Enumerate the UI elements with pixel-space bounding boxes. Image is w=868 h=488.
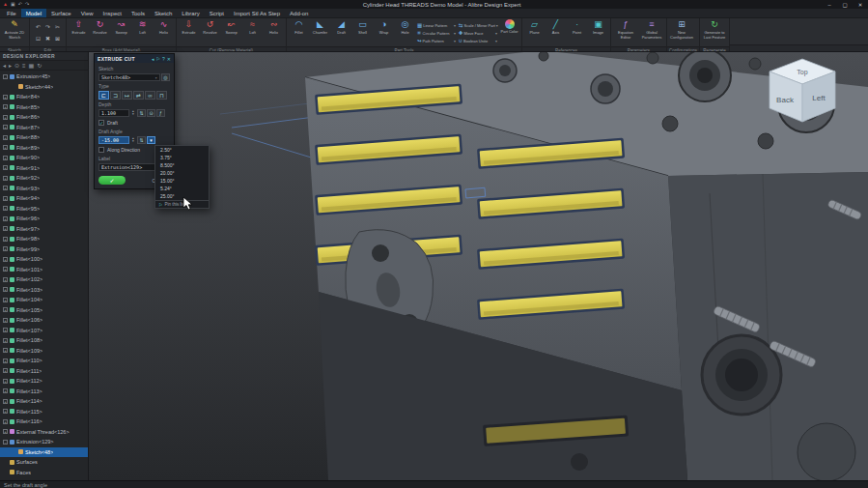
tree-item[interactable]: + Fillet<88> xyxy=(0,132,88,143)
tree-expander-icon[interactable]: - xyxy=(3,74,8,79)
loft-boss-button[interactable]: ≋ Loft xyxy=(132,19,153,45)
tree-item[interactable]: + Fillet<115> xyxy=(0,407,88,417)
tree-expander-icon[interactable]: + xyxy=(3,226,8,231)
quick-redo-icon[interactable]: ↷ xyxy=(25,2,29,7)
collapse-icon[interactable]: ◂ xyxy=(152,56,154,62)
type-to-geometry-button[interactable]: ⊐ xyxy=(110,91,121,100)
dropdown-option[interactable]: 5.24° xyxy=(155,185,209,192)
tree-item[interactable]: + Fillet<105> xyxy=(0,305,88,316)
menu-item[interactable]: Inspect xyxy=(98,9,126,17)
dialog-header[interactable]: EXTRUDE CUT ◂⚐?✕ xyxy=(95,54,174,63)
helix-cut-button[interactable]: ∾ Helix xyxy=(264,19,284,45)
tree-expander-icon[interactable]: + xyxy=(3,206,8,211)
revolve-boss-button[interactable]: ↻ Revolve xyxy=(90,19,110,45)
tree-item[interactable]: Sketch<44> xyxy=(0,82,88,93)
generate-last-feature-button[interactable]: ↻ Generate to Last Feature xyxy=(702,19,727,45)
type-to-depth-button[interactable]: ⊏ xyxy=(98,91,109,100)
tree-item[interactable]: + Fillet<109> xyxy=(0,346,88,357)
tree-item[interactable]: + Fillet<90> xyxy=(0,153,88,163)
tree-item[interactable]: + Fillet<108> xyxy=(0,335,88,346)
tree-expander-icon[interactable]: + xyxy=(3,257,8,262)
close-icon[interactable]: ✕ xyxy=(167,56,171,62)
path-pattern-button[interactable]: ↬ Path Pattern ▾ xyxy=(416,38,457,43)
tree-expander-icon[interactable]: + xyxy=(3,277,8,282)
depth-input[interactable]: 1.100 xyxy=(98,109,129,117)
tree-item[interactable]: + Fillet<114> xyxy=(0,396,88,407)
tree-item[interactable]: Sketch<48> xyxy=(0,447,88,458)
tree-item[interactable]: + Fillet<112> xyxy=(0,376,88,387)
draft-checkbox[interactable]: ✓ xyxy=(98,120,104,126)
tree-item[interactable]: Surfaces xyxy=(0,457,88,468)
part-color-button[interactable]: Part Color xyxy=(499,19,519,45)
tree-item[interactable]: + Fillet<96> xyxy=(0,214,88,224)
view-cube-left-label[interactable]: Left xyxy=(812,94,826,102)
menu-item[interactable]: View xyxy=(76,9,98,17)
flip-angle-button[interactable]: ⇅ xyxy=(137,136,146,144)
tree-item[interactable]: + Fillet<101> xyxy=(0,265,88,275)
tree-item[interactable]: + Fillet<92> xyxy=(0,173,88,184)
save-icon[interactable]: ▣ xyxy=(11,2,15,7)
dropdown-option[interactable]: 2.50° xyxy=(155,146,209,154)
type-both-sides-button[interactable]: ⇄ xyxy=(133,91,144,100)
helix-boss-button[interactable]: ∿ Helix xyxy=(154,19,174,45)
maximize-button[interactable]: ▢ xyxy=(837,2,853,8)
sweep-cut-button[interactable]: ↜ Sweep xyxy=(221,19,241,45)
linear-pattern-button[interactable]: ▦ Linear Pattern ▾ xyxy=(416,22,457,28)
tree-item[interactable]: + Fillet<84> xyxy=(0,92,88,102)
along-direction-checkbox[interactable] xyxy=(98,147,104,153)
global-parameters-button[interactable]: ≡ Global Parameters xyxy=(639,19,664,45)
draft-angle-spinner[interactable]: ▴ ▾ xyxy=(130,137,136,144)
flip-direction-button[interactable]: ⇅ xyxy=(137,109,146,117)
activate-2d-sketch-button[interactable]: ✎ Activate 2D Sketch xyxy=(2,19,27,45)
3d-viewport[interactable]: Top Back Left xyxy=(89,52,868,480)
view-cube-back-label[interactable]: Back xyxy=(776,96,795,104)
dropdown-option[interactable]: 3.75° xyxy=(155,154,209,161)
tree-expander-icon[interactable]: + xyxy=(3,429,8,434)
menu-item[interactable]: Sketch xyxy=(150,9,177,17)
menu-item[interactable]: Library xyxy=(177,9,204,17)
tree-expander-icon[interactable]: + xyxy=(3,348,8,353)
tree-expander-icon[interactable]: + xyxy=(3,176,8,181)
sketch-combo[interactable]: Sketch<48> ▾ xyxy=(98,73,160,81)
extrude-cut-button[interactable]: ⇩ Extrude xyxy=(179,19,199,45)
delete-icon[interactable]: ✖ xyxy=(43,33,52,43)
tree-expander-icon[interactable]: + xyxy=(3,145,8,150)
recent-values-button[interactable]: ▾ xyxy=(147,136,155,144)
tree-expander-icon[interactable]: + xyxy=(3,95,8,100)
redo-icon[interactable]: ↷ xyxy=(43,21,52,32)
fillet-button[interactable]: ◠ Fillet xyxy=(289,19,309,45)
spin-down-icon[interactable]: ▾ xyxy=(132,113,134,117)
pin-icon[interactable]: ⚐ xyxy=(156,56,160,62)
tree-item[interactable]: + Fillet<94> xyxy=(0,193,88,204)
tree-expander-icon[interactable]: + xyxy=(3,419,8,424)
menu-item[interactable]: Add-on xyxy=(285,9,313,17)
tree-expander-icon[interactable]: + xyxy=(3,135,8,140)
tree-expander-icon[interactable]: + xyxy=(3,409,8,414)
loft-cut-button[interactable]: ≈ Loft xyxy=(242,19,263,45)
tree-item[interactable]: Faces xyxy=(0,468,88,478)
menu-item[interactable]: Surface xyxy=(46,9,76,17)
tree-item[interactable]: + Fillet<104> xyxy=(0,295,88,305)
forward-icon[interactable]: ▸ xyxy=(9,62,12,69)
scale-mirror-button[interactable]: ⇆ Scale / Mirror Part ▾ xyxy=(458,22,498,28)
refresh-icon[interactable]: ↻ xyxy=(37,62,42,69)
tree-item[interactable]: + Fillet<98> xyxy=(0,234,88,244)
revolve-cut-button[interactable]: ↺ Revolve xyxy=(200,19,220,45)
draft-angle-input[interactable]: -15.00 xyxy=(98,136,129,144)
tree-expander-icon[interactable]: + xyxy=(3,216,8,221)
help-icon[interactable]: ? xyxy=(162,56,165,62)
quick-undo-icon[interactable]: ↶ xyxy=(18,2,22,7)
extrude-boss-button[interactable]: ⇧ Extrude xyxy=(69,19,89,45)
tree-item[interactable]: + External Thread<126> xyxy=(0,427,88,438)
back-icon[interactable]: ◂ xyxy=(3,62,6,69)
select-icon[interactable]: ⊠ xyxy=(53,33,62,43)
axis-button[interactable]: ╱ Axis xyxy=(546,19,566,45)
sweep-boss-button[interactable]: ↝ Sweep xyxy=(111,19,131,45)
tree-expander-icon[interactable]: + xyxy=(3,368,8,373)
tree-item[interactable]: + Fillet<97> xyxy=(0,224,88,235)
tree-expander-icon[interactable]: + xyxy=(3,237,8,242)
tree-item[interactable]: + Fillet<87> xyxy=(0,123,88,133)
type-through-all-button[interactable]: ∞ xyxy=(145,91,155,100)
tree-expander-icon[interactable]: + xyxy=(3,338,8,343)
measure-button[interactable]: ⊙ xyxy=(147,109,155,117)
